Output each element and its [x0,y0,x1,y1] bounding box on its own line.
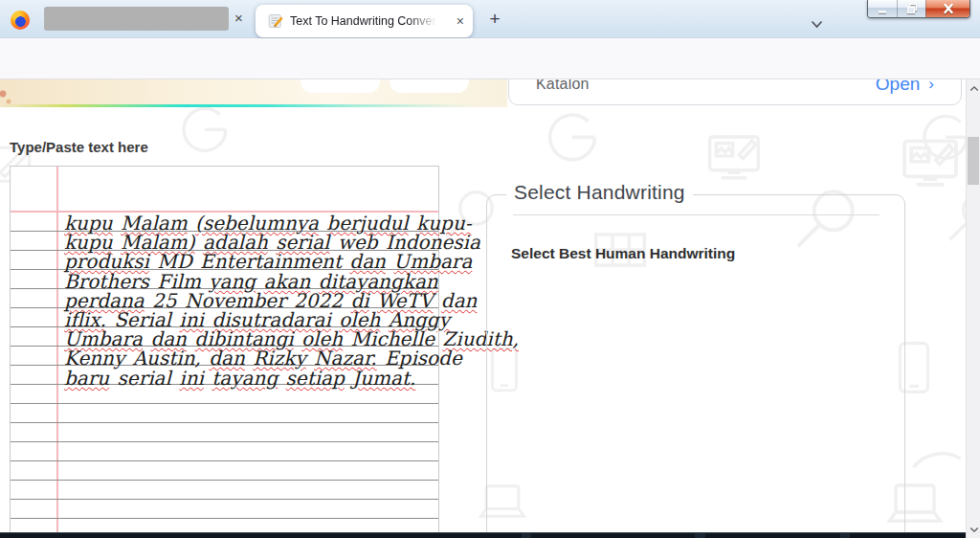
ad-banner-pill [301,79,380,93]
handwriting-line: kupu Malam) adalah serial web Indonesia [64,233,436,252]
handwriting-line: Kenny Austin, dan Rizky Nazar. Episode [64,348,436,368]
watermark-arc-icon [907,416,967,476]
ad-open-label: Open [876,79,920,95]
editor-label: Type/Paste text here [10,139,148,155]
new-tab-button[interactable]: + [483,8,506,31]
watermark-monitor-icon [898,133,963,198]
scroll-up-arrow-icon[interactable] [967,81,980,95]
title-bar: × Text To Handwriting Converter - × + [0,0,980,38]
active-tab-title: Text To Handwriting Converter - [290,14,438,28]
ad-banner-image[interactable] [0,79,507,107]
ad-banner-card: Katalon Open› [508,79,962,105]
inactive-tab[interactable] [44,7,229,31]
text-input-paper[interactable]: kupu Malam (sebelumnya berjudul kupu-kup… [10,166,439,532]
handwriting-line: baru serial ini tayang setiap Jumat. [64,369,436,388]
page-content: Katalon Open› Type/Paste text here kupu … [0,79,980,538]
active-tab-close-icon[interactable]: × [457,13,464,29]
close-button[interactable] [925,0,969,17]
inactive-tab-close-icon[interactable]: × [234,10,243,26]
handwriting-line: kupu Malam (sebelumnya berjudul kupu- [64,213,436,233]
taskbar-strip [0,532,966,538]
handwriting-text: kupu Malam (sebelumnya berjudul kupu-kup… [64,213,436,388]
page-favicon-icon [268,13,283,29]
scroll-down-arrow-icon[interactable] [967,523,980,536]
handwriting-line: perdana 25 November 2022 di WeTV dan [64,291,436,310]
handwriting-panel: Select Handwriting Select Best Human Han… [486,194,905,538]
active-tab[interactable]: Text To Handwriting Converter - × [256,5,473,37]
firefox-icon[interactable] [11,11,30,30]
ad-banner-pill [390,79,469,93]
chevron-right-icon: › [928,79,934,94]
minimize-button[interactable] [868,0,897,17]
browser-window: × Text To Handwriting Converter - × + [0,0,980,538]
ad-brand-label: Katalon [536,79,590,93]
tab-overflow-chevron-icon[interactable] [811,15,823,24]
scrollbar-thumb[interactable] [968,137,979,185]
panel-heading: Select Handwriting [506,181,693,204]
window-controls [867,0,970,18]
handwriting-line: Brothers Film yang akan ditayangkan [64,272,436,291]
restore-button[interactable] [897,0,925,17]
ad-open-link[interactable]: Open› [876,79,934,95]
navigation-bar: ← → ↻ https://texttohandwriting.com ☆ [0,38,980,79]
panel-divider [513,214,880,215]
watermark-g-logo-icon [541,104,604,168]
handwriting-line: produksi MD Entertainment dan Umbara [64,252,436,271]
panel-subheading: Select Best Human Handwriting [511,245,735,262]
handwriting-line: iflix. Serial ini disutradarai oleh Angg… [64,310,436,329]
watermark-g-logo-icon [175,99,234,158]
handwriting-line: Umbara dan dibintangi oleh Michelle Ziud… [64,329,436,348]
page-scrollbar[interactable] [966,79,980,538]
ad-banner-green-line [0,104,507,107]
watermark-monitor-icon [703,129,765,191]
